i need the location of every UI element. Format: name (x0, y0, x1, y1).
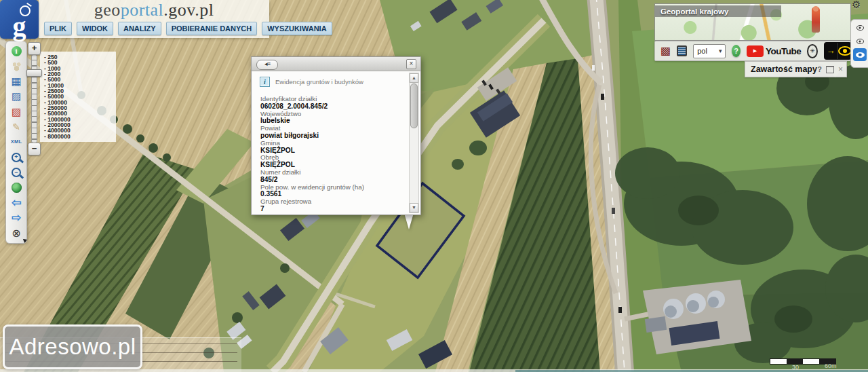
info-badge-icon: i (260, 77, 270, 87)
chevron-down-icon: ▾ (719, 48, 722, 54)
visibility-button-active[interactable] (853, 48, 867, 61)
adresowo-watermark: Adresowo.pl (3, 324, 142, 369)
menu-button[interactable]: WIDOK (77, 22, 113, 35)
xml-export-button[interactable]: XML (9, 135, 23, 149)
parcel-field: Pole pow. w ewidencji gruntów (ha) 0.356… (260, 184, 406, 199)
parcel-field: Obręb KSIĘŻPOL (260, 154, 406, 169)
scale-bar-max-label: 60m (825, 362, 837, 369)
right-edge-toolbar (850, 19, 868, 68)
field-label: Gmina (260, 140, 406, 147)
wordmark-govpl: .gov.pl (163, 0, 214, 20)
geoportal-logo[interactable]: g (0, 0, 39, 39)
visibility-button-1[interactable] (853, 21, 867, 34)
logo-letter: g (0, 10, 39, 43)
menu-button[interactable]: POBIERANIE DANYCH (166, 22, 258, 35)
close-circle-icon: ⊗ (12, 227, 20, 240)
help-button[interactable]: ? (732, 45, 741, 57)
results-list-button[interactable]: ◂≡ (256, 60, 278, 70)
field-label: Pole pow. w ewidencji gruntów (ha) (260, 184, 406, 191)
zoom-slider-handle[interactable] (26, 69, 42, 77)
globe-icon (12, 183, 22, 193)
field-value: 7 (260, 206, 406, 213)
table-icon: ▦ (11, 75, 21, 88)
popup-header[interactable]: ◂≡ × (252, 57, 420, 71)
field-label: Numer działki (260, 169, 406, 176)
contrast-eye-button[interactable] (838, 46, 852, 56)
site-wordmark: geoportal.gov.pl (39, 0, 269, 20)
scale-option[interactable]: - 8000000 (44, 134, 116, 139)
zoom-slider-track[interactable] (31, 54, 37, 143)
geoportal-app: g geoportal.gov.pl PLIKWIDOKANALIZYPOBIE… (0, 0, 868, 372)
flower-tool-button[interactable] (9, 59, 23, 73)
field-value: KSIĘŻPOL (260, 147, 406, 155)
add-selection-icon: ▨ (12, 90, 21, 103)
zoom-in-icon: + (12, 153, 21, 162)
minimap-label-band: Geoportal krajowy (655, 5, 781, 17)
info-tool-button[interactable]: i (9, 44, 23, 58)
contrast-arrow-button[interactable]: → (824, 43, 838, 59)
popup-body: i Ewidencja gruntów i budynków Identyfik… (252, 71, 420, 215)
measure-tool-button[interactable]: ✎ (9, 120, 23, 134)
scroll-down-button[interactable]: ▼ (410, 203, 418, 212)
map-contents-header[interactable]: Zawartość mapy ? × (745, 61, 847, 77)
gear-icon[interactable]: ⚙ (852, 0, 861, 11)
parcel-field: Powiat powiat biłgorajski (260, 125, 406, 140)
popup-scrollbar[interactable]: ▲ ▼ (409, 73, 419, 213)
popup-pointer (404, 213, 414, 229)
menu-button[interactable]: WYSZUKIWANIA (262, 22, 332, 35)
arrow-right-icon: ⇨ (12, 211, 21, 225)
scrollbar-thumb[interactable] (410, 83, 418, 128)
screen-icon[interactable] (677, 45, 687, 56)
main-menu: PLIKWIDOKANALIZYPOBIERANIE DANYCHWYSZUKI… (44, 22, 332, 35)
xml-icon: XML (11, 135, 22, 149)
eye-icon (856, 52, 865, 58)
parcel-field: Identyfikator działki 060208_2.0004.845/… (260, 96, 406, 111)
minimap-mascot (812, 7, 820, 33)
popup-close-button[interactable]: × (406, 59, 416, 69)
zoom-in-tool-button[interactable]: + (9, 151, 23, 164)
parcel-fields: Identyfikator działki 060208_2.0004.845/… (260, 96, 406, 213)
full-extent-button[interactable] (9, 181, 23, 195)
youtube-button[interactable]: ▶ YouTube (747, 45, 801, 57)
attribute-table-button[interactable]: ▦ (9, 75, 23, 88)
panel-help-icon[interactable]: ? (817, 65, 822, 73)
field-value: lubelskie (260, 117, 406, 125)
field-label: Grupa rejestrowa (260, 198, 406, 206)
add-selection-button[interactable]: ▨ (9, 90, 23, 103)
zoom-slider-plus-button[interactable]: + (28, 42, 41, 55)
panel-window-icon[interactable] (826, 66, 834, 73)
menu-button[interactable]: ANALIZY (118, 22, 161, 35)
minimap[interactable]: Geoportal krajowy (654, 3, 851, 41)
parcel-field: Grupa rejestrowa 7 (260, 198, 406, 213)
top-right-toolbar: ▩ pol ▾ ? ▶ YouTube ✳ → (654, 41, 858, 61)
eye-icon (856, 39, 864, 44)
field-value: 060208_2.0004.845/2 (260, 103, 406, 111)
pencil-icon: ✎ (12, 120, 20, 134)
qr-code-icon[interactable]: ▩ (660, 45, 671, 56)
zoom-slider-minus-button[interactable]: − (28, 143, 41, 155)
popup-title-row: i Ewidencja gruntów i budynków (260, 77, 363, 87)
scroll-up-button[interactable]: ▲ (410, 73, 418, 83)
panel-close-icon[interactable]: × (838, 66, 843, 73)
language-value: pol (697, 47, 707, 55)
remove-selection-button[interactable]: ▨ (9, 105, 23, 119)
close-tools-button[interactable]: ⊗ (9, 227, 23, 240)
header-bar: geoportal.gov.pl PLIKWIDOKANALIZYPOBIERA… (39, 0, 269, 38)
helm-icon[interactable]: ✳ (807, 44, 818, 58)
contrast-widget: → (824, 42, 852, 60)
next-view-button[interactable]: ⇨ (9, 211, 23, 225)
zoom-out-tool-button[interactable]: − (9, 166, 23, 179)
language-select[interactable]: pol ▾ (693, 44, 726, 58)
parcel-field: Województwo lubelskie (260, 111, 406, 126)
left-toolbar: i ▦ ▨ ▨ ✎ XML + − ⇦ ⇨ ⊗ (5, 41, 27, 244)
youtube-play-icon: ▶ (747, 45, 764, 57)
previous-view-button[interactable]: ⇦ (9, 196, 23, 210)
arrow-left-icon: ⇦ (12, 196, 21, 210)
parcel-field: Gmina KSIĘŻPOL (260, 140, 406, 155)
flower-icon (12, 61, 22, 71)
field-value: powiat biłgorajski (260, 132, 406, 140)
menu-button[interactable]: PLIK (44, 22, 72, 35)
minimap-title: Geoportal krajowy (660, 7, 728, 16)
scale-list: - 250- 500- 1000- 2000- 5000- 10000- 250… (40, 52, 116, 142)
visibility-button-2[interactable] (853, 35, 867, 48)
